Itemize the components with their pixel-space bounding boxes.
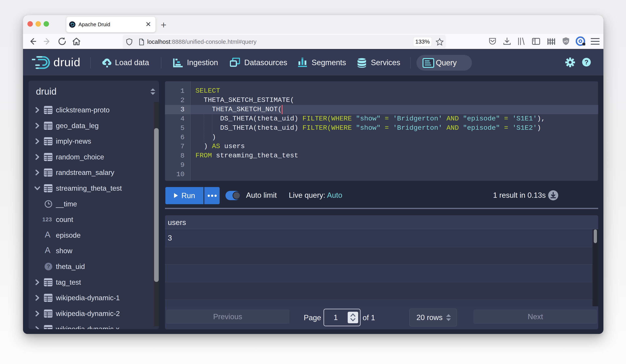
svg-text:?: ? (585, 59, 588, 66)
svg-text:?: ? (47, 263, 50, 269)
svg-text:uO: uO (564, 40, 568, 43)
